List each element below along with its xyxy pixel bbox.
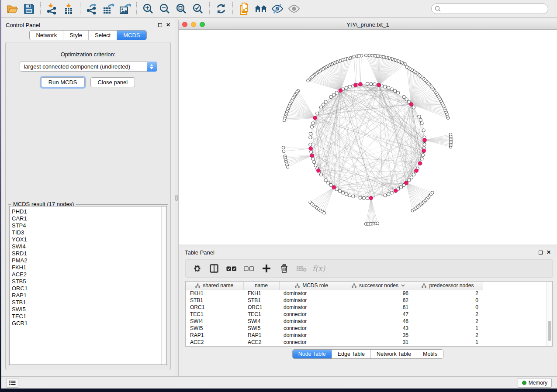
task-history-icon[interactable] <box>7 378 18 388</box>
mcds-result-item[interactable]: ACE2 <box>12 271 166 278</box>
mcds-result-item[interactable]: TEC1 <box>12 313 166 320</box>
result-list-scrollbar[interactable] <box>161 206 166 364</box>
horizontal-splitter[interactable] <box>178 244 557 248</box>
table-row[interactable]: ORC1ORC1dominator610 <box>186 304 483 311</box>
table-cell: SWI4 <box>243 318 279 325</box>
column-header-MCDS-role[interactable]: MCDS role <box>279 282 344 290</box>
import-network-icon[interactable] <box>44 1 60 16</box>
export-table-icon[interactable] <box>100 1 117 16</box>
mcds-result-item[interactable]: GCR1 <box>12 320 166 327</box>
homes-icon[interactable] <box>253 1 269 16</box>
table-tab-network-table[interactable]: Network Table <box>370 350 417 358</box>
zoom-out-icon[interactable] <box>156 1 173 16</box>
table-cell: 1 <box>413 346 483 347</box>
mcds-result-item[interactable]: SWI4 <box>12 243 166 250</box>
sort-desc-icon <box>401 284 405 287</box>
vertical-splitter[interactable] <box>175 18 178 376</box>
table-row[interactable]: STB1STB1dominator620 <box>186 297 483 304</box>
column-header-name[interactable]: name <box>243 282 279 290</box>
deselect-all-icon[interactable] <box>242 261 256 275</box>
table-cell: 31 <box>344 339 413 346</box>
mcds-result-item[interactable]: SRD1 <box>12 250 166 257</box>
toolbar-separator <box>40 2 41 15</box>
table-cell: dominator <box>279 304 344 311</box>
share-session-icon[interactable] <box>236 1 253 16</box>
close-panel-icon[interactable]: ✕ <box>166 23 170 27</box>
zoom-selected-icon[interactable] <box>190 1 206 16</box>
table-tab-node-table[interactable]: Node Table <box>293 350 332 358</box>
mcds-result-item[interactable]: RAP1 <box>12 292 166 299</box>
mcds-result-item[interactable]: CAR1 <box>12 215 166 222</box>
tab-network[interactable]: Network <box>30 31 63 40</box>
table-row[interactable]: SWI4SWI4dominator462 <box>186 318 483 325</box>
delete-column-icon[interactable] <box>277 261 291 275</box>
table-row[interactable]: ACE2ACE2connector311 <box>186 339 483 346</box>
mcds-result-item[interactable]: PMA2 <box>12 257 166 264</box>
zoom-in-icon[interactable] <box>140 1 156 16</box>
save-icon[interactable] <box>21 1 37 16</box>
close-panel-button[interactable]: Close panel <box>90 77 135 87</box>
show-eye-icon[interactable] <box>286 1 302 16</box>
table-cell: 2 <box>413 332 483 339</box>
delete-table-icon[interactable] <box>295 261 308 275</box>
select-all-icon[interactable] <box>225 261 238 275</box>
function-builder-icon[interactable]: f(x) <box>312 264 325 273</box>
split-columns-icon[interactable] <box>208 261 221 275</box>
column-header-shared-name[interactable]: shared name <box>186 282 243 290</box>
float-panel-icon[interactable] <box>158 23 162 27</box>
table-cell: 2 <box>413 311 483 318</box>
table-scrollbar-thumb[interactable] <box>548 321 551 341</box>
add-column-icon[interactable] <box>260 261 273 275</box>
table-cell: 2 <box>413 290 483 297</box>
table-cell: SWI5 <box>243 325 279 332</box>
refresh-layout-icon[interactable] <box>213 1 229 16</box>
mcds-result-item[interactable]: TID3 <box>12 229 166 236</box>
mcds-result-item[interactable]: ORC1 <box>12 285 166 292</box>
mcds-result-item[interactable]: SWI5 <box>12 306 166 313</box>
import-table-icon[interactable] <box>60 1 77 16</box>
mcds-result-item[interactable]: STP4 <box>12 222 166 229</box>
table-row[interactable]: SWI5SWI5connector431 <box>186 325 483 332</box>
hide-eye-icon[interactable] <box>269 1 286 16</box>
tree-column-icon <box>195 283 200 288</box>
mcds-result-item[interactable]: YOX1 <box>12 236 166 243</box>
export-network-icon[interactable] <box>83 1 100 16</box>
table-cell: 0 <box>413 297 483 304</box>
table-cell: ORC1 <box>243 304 279 311</box>
table-tab-motifs[interactable]: Motifs <box>417 350 443 358</box>
column-label: predecessor nodes <box>429 282 474 289</box>
network-canvas[interactable] <box>179 30 557 244</box>
table-cell: STB1 <box>243 297 279 304</box>
table-row[interactable]: TEC1TEC1connector472 <box>186 311 483 318</box>
float-panel-icon[interactable] <box>539 251 543 254</box>
export-image-icon[interactable] <box>117 1 133 16</box>
memory-button[interactable]: Memory <box>518 378 552 388</box>
splitter-grip[interactable] <box>175 195 178 201</box>
column-header-predecessor-nodes[interactable]: predecessor nodes <box>413 282 483 290</box>
search-icon <box>435 6 441 12</box>
tab-select[interactable]: Select <box>88 31 117 40</box>
tab-style[interactable]: Style <box>63 31 88 40</box>
toolbar-separator <box>232 2 233 15</box>
search-input[interactable] <box>431 3 548 14</box>
table-cell: ACE2 <box>243 339 279 346</box>
open-folder-icon[interactable] <box>4 1 21 16</box>
table-tab-edge-table[interactable]: Edge Table <box>332 350 370 358</box>
table-row[interactable]: RAP1RAP1dominator352 <box>186 332 483 339</box>
optimization-criterion-select[interactable]: largest connected component (undirected) <box>20 62 157 72</box>
table-row[interactable]: FKH1FKH1dominator962 <box>186 290 483 297</box>
mcds-result-list[interactable]: PHD1CAR1STP4TID3YOX1SWI4SRD1PMA2FKH1ACE2… <box>9 206 167 365</box>
table-scrollbar[interactable] <box>547 282 552 346</box>
table-row[interactable]: YOX1YOX1connector291 <box>186 346 483 347</box>
main-toolbar <box>1 0 557 18</box>
tab-mcds[interactable]: MCDS <box>117 31 146 40</box>
column-header-successor-nodes[interactable]: successor nodes <box>344 282 413 290</box>
mcds-result-item[interactable]: STB1 <box>12 299 166 306</box>
mcds-result-item[interactable]: FKH1 <box>12 264 166 271</box>
mcds-result-item[interactable]: STB5 <box>12 278 166 285</box>
close-panel-icon[interactable]: ✕ <box>547 250 551 254</box>
run-mcds-button[interactable]: Run MCDS <box>41 77 85 87</box>
zoom-fit-icon[interactable] <box>173 1 190 16</box>
mcds-result-item[interactable]: PHD1 <box>12 208 166 215</box>
gear-icon[interactable] <box>190 261 203 275</box>
